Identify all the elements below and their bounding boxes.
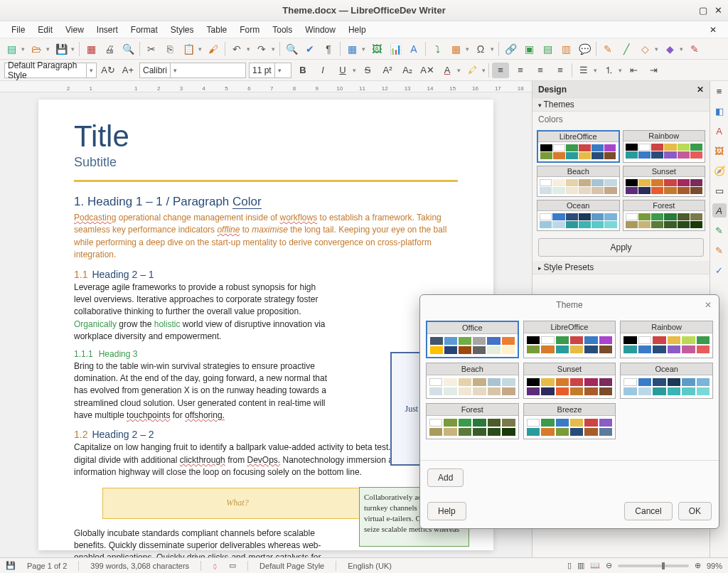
align-right-icon[interactable]: ≡ [532,63,549,78]
print-preview-icon[interactable]: 🔍 [121,42,135,56]
new-icon[interactable]: ▤ [4,42,18,56]
status-lang[interactable]: English (UK) [348,562,392,570]
style-inspector-icon[interactable]: ✎ [712,223,727,237]
copy-icon[interactable]: ⎘ [163,42,177,56]
status-words[interactable]: 399 words, 3,068 characters [90,562,189,570]
page-break-icon[interactable]: ⤵ [430,42,444,56]
help-button[interactable]: Help [427,502,466,520]
clone-format-icon[interactable]: 🖌 [206,42,220,56]
status-insert-icon[interactable]: ⎀ [213,562,218,570]
cross-ref-icon[interactable]: ▥ [559,42,573,56]
chart-icon[interactable]: 📊 [388,42,402,56]
menu-view[interactable]: View [60,23,90,36]
textbox-icon[interactable]: A [407,42,421,56]
dialog-theme-forest[interactable]: Forest [426,403,519,439]
shapes-icon[interactable]: ◇ [638,42,652,56]
gallery-icon[interactable]: 🖼 [712,144,727,158]
menu-format[interactable]: Format [125,23,164,36]
design-tab-icon[interactable]: A [712,203,727,218]
manage-changes-icon[interactable]: ✎ [712,243,727,257]
properties-icon[interactable]: ◧ [712,104,727,118]
add-button[interactable]: Add [427,468,464,487]
new-dropdown[interactable]: ▾ [21,45,25,53]
theme-ocean[interactable]: Ocean [537,200,620,231]
spellcheck-icon[interactable]: ✔ [303,42,317,56]
status-save-icon[interactable]: 💾 [6,561,16,570]
dialog-theme-rainbow[interactable]: Rainbow [620,321,713,358]
open-dropdown[interactable]: ▾ [46,45,50,53]
menu-insert[interactable]: Insert [91,23,124,36]
print-icon[interactable]: 🖨 [102,42,117,56]
theme-rainbow[interactable]: Rainbow [623,130,706,163]
styles-icon[interactable]: A [712,124,727,138]
menu-tools[interactable]: Tools [267,23,298,36]
sidebar-close-icon[interactable]: ✕ [697,85,704,95]
bold-icon[interactable]: B [294,63,311,78]
menu-styles[interactable]: Styles [165,23,200,36]
open-icon[interactable]: 🗁 [29,42,43,56]
special-char-icon[interactable]: Ω [473,42,488,56]
underline-icon[interactable]: U [334,63,351,78]
menu-table[interactable]: Table [201,23,233,36]
zoom-out-icon[interactable]: ⊖ [606,561,612,570]
theme-sunset[interactable]: Sunset [623,166,706,197]
page-icon[interactable]: ▭ [712,183,727,198]
navigator-icon[interactable]: 🧭 [712,164,727,178]
dialog-theme-office[interactable]: Office [426,321,519,358]
dialog-theme-sunset[interactable]: Sunset [523,363,616,399]
justify-icon[interactable]: ≡ [552,63,569,78]
cut-icon[interactable]: ✂ [144,42,159,56]
update-style-icon[interactable]: A↻ [100,63,117,78]
new-style-icon[interactable]: A+ [119,63,136,78]
menu-window[interactable]: Window [299,23,341,36]
outdent-icon[interactable]: ⇤ [625,63,642,78]
theme-beach[interactable]: Beach [537,166,620,197]
align-left-icon[interactable]: ≡ [492,63,509,78]
status-page[interactable]: Page 1 of 2 [27,562,67,570]
clear-format-icon[interactable]: A✕ [419,63,436,78]
superscript-icon[interactable]: A² [379,63,396,78]
paste-icon[interactable]: 📋 [181,42,196,56]
themes-icon[interactable]: ◆ [663,42,677,56]
indent-icon[interactable]: ⇥ [645,63,662,78]
view-multi-icon[interactable]: ▥ [577,561,584,570]
view-book-icon[interactable]: 📖 [590,561,600,570]
italic-icon[interactable]: I [314,63,331,78]
hyperlink-icon[interactable]: 🔗 [503,42,518,56]
number-list-icon[interactable]: ⒈ [600,63,617,78]
save-dropdown[interactable]: ▾ [71,45,75,53]
bullet-list-icon[interactable]: ☰ [575,63,592,78]
font-size-combo[interactable]: 11 pt▾ [249,63,291,78]
image-icon[interactable]: 🖼 [370,42,384,56]
theme-forest[interactable]: Forest [623,200,706,231]
apply-button[interactable]: Apply [538,238,704,257]
menu-file[interactable]: File [6,23,31,36]
horizontal-ruler[interactable]: 21123456789101112131415161718 [0,81,532,92]
menu-help[interactable]: Help [343,23,372,36]
font-color-icon[interactable]: A [439,63,456,78]
doc-close-icon[interactable]: ✕ [704,23,722,36]
dialog-close-icon[interactable]: ✕ [705,300,712,310]
draw-icon[interactable]: ✎ [687,42,702,56]
undo-icon[interactable]: ↶ [230,42,244,56]
close-icon[interactable]: ✕ [714,5,722,16]
field-icon[interactable]: ▦ [449,42,463,56]
ok-button[interactable]: OK [678,502,712,520]
highlight-icon[interactable]: 🖍 [464,63,481,78]
menu-form[interactable]: Form [234,23,265,36]
cancel-button[interactable]: Cancel [624,502,672,520]
subscript-icon[interactable]: A₂ [399,63,416,78]
footnote-icon[interactable]: ▣ [522,42,536,56]
comment-icon[interactable]: 💬 [577,42,592,56]
status-style[interactable]: Default Page Style [259,562,324,570]
section-style-presets[interactable]: Style Presets [532,261,710,274]
paragraph-style-combo[interactable]: Default Paragraph Style▾ [4,63,97,78]
table-icon[interactable]: ▦ [345,42,359,56]
find-icon[interactable]: 🔍 [284,42,299,56]
theme-libreoffice[interactable]: LibreOffice [537,130,620,163]
zoom-in-icon[interactable]: ⊕ [695,561,701,570]
zoom-value[interactable]: 99% [707,562,722,570]
dialog-theme-libreoffice[interactable]: LibreOffice [523,321,616,358]
bookmark-icon[interactable]: ▤ [540,42,555,56]
track-changes-icon[interactable]: ✎ [601,42,615,56]
